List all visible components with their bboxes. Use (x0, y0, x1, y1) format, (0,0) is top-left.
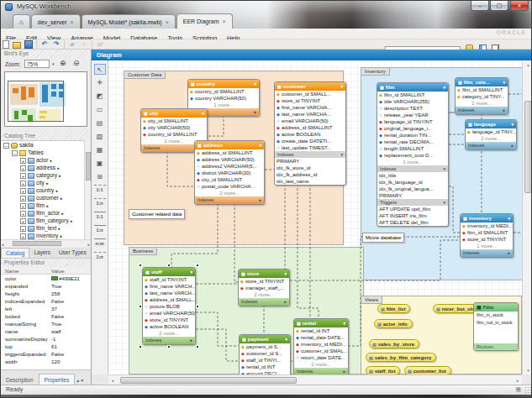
model-tab-home[interactable]: ⌂ (13, 14, 30, 29)
table-header[interactable]: ▦payment▾ (240, 335, 290, 343)
tree-item-film[interactable]: +film ● (1, 202, 91, 209)
tree-item-address[interactable]: +address ● (1, 164, 91, 171)
diagram-tab[interactable]: Diagram (92, 50, 532, 60)
more-columns[interactable]: 2 more... (466, 135, 516, 142)
table-rental[interactable]: ▦rental▾◆rental_id INT◆rental_date DATE.… (293, 318, 349, 374)
canvas-vertical-scrollbar[interactable]: ▴ ▾ (522, 60, 532, 374)
close-button[interactable]: × (510, 1, 529, 11)
view-film-list[interactable]: ▤film_list (377, 304, 410, 313)
expand-icon[interactable]: ▾ (285, 335, 287, 343)
open-model-icon[interactable] (13, 42, 21, 49)
tree-expander-icon[interactable]: + (20, 165, 26, 171)
canvas-horizontal-scrollbar[interactable]: ◂ ▸ (108, 374, 522, 385)
minimap-viewport[interactable] (8, 81, 64, 122)
more-columns[interactable]: 1 more... (461, 243, 513, 249)
pan-tool[interactable]: ✛ (94, 77, 106, 88)
model-tab-eer-diagram[interactable]: EER Diagram× (176, 13, 233, 29)
section-expand-icon[interactable]: ▾ (443, 199, 445, 206)
table-header[interactable]: ▦film_cate...▾ (456, 78, 508, 86)
relationship-line[interactable] (206, 115, 224, 136)
close-tab-icon[interactable]: × (166, 19, 169, 25)
section-indexes[interactable]: Indexes▾ (377, 165, 448, 172)
scrollbar-thumb[interactable] (120, 377, 297, 384)
tree-expander-icon[interactable]: − (12, 150, 18, 156)
maximize-button[interactable]: ▢ (490, 1, 508, 11)
table-header[interactable]: ▦language▾ (466, 120, 516, 128)
more-columns[interactable]: 2 more... (239, 291, 289, 298)
tree-item-category[interactable]: +category ● (1, 171, 91, 179)
tree-item-film-text[interactable]: +film_text ● (1, 224, 91, 232)
zoom-dropdown-icon[interactable]: ▾ (52, 61, 55, 66)
undo-icon[interactable]: ↶ (40, 40, 49, 49)
footer-indexes[interactable]: Indexes▸ (239, 298, 289, 306)
diagram-canvas[interactable]: Customer DataInventoryBusinessViewsCusto… (108, 60, 522, 374)
model-tab-dev-server[interactable]: dev_server× (31, 14, 81, 29)
expand-icon[interactable]: ▾ (443, 83, 445, 92)
new-diagram-icon[interactable]: ▱ (96, 40, 104, 49)
rel-1-n-existing-columns-tool[interactable]: 1:n (94, 252, 106, 263)
expand-icon[interactable]: ▾ (343, 319, 345, 327)
tree-expander-icon[interactable]: + (20, 203, 26, 209)
expand-icon[interactable]: ▾ (259, 141, 261, 149)
more-columns[interactable]: 2 more... (294, 361, 348, 368)
more-columns[interactable]: 2 more... (195, 190, 264, 196)
tree-expander-icon[interactable]: + (20, 158, 26, 164)
scrollbar-thumb[interactable] (13, 241, 61, 246)
footer-expand-icon[interactable]: ▸ (508, 249, 510, 257)
rel-1-1-non-identifying-tool[interactable]: 1:1 (94, 185, 106, 196)
routine-group-header[interactable]: ▦Film (474, 303, 518, 312)
eraser-tool[interactable]: ◩ (94, 91, 106, 102)
table-header[interactable]: ▦customer▾ (275, 82, 345, 91)
selection-handle[interactable] (139, 264, 142, 267)
property-value[interactable]: False (51, 350, 91, 358)
image-tool[interactable]: ▧ (94, 131, 106, 142)
selection-handle[interactable] (167, 345, 171, 348)
tree-expander-icon[interactable]: + (20, 173, 26, 179)
expand-icon[interactable]: ▾ (202, 109, 204, 118)
expand-icon[interactable]: ▾ (511, 120, 514, 128)
note-tool[interactable]: ▤ (94, 118, 106, 128)
section-expand-icon[interactable]: ▾ (340, 151, 343, 158)
select-tool[interactable]: ↖ (94, 64, 106, 75)
model-tab-mysql-model-sakila-mwb[interactable]: MySQL Model* (sakila.mwb)× (82, 14, 176, 29)
property-value[interactable]: 61 (51, 343, 91, 350)
footer-expand-icon[interactable]: ▸ (284, 298, 287, 306)
layer-tool[interactable]: ▭ (94, 104, 106, 115)
tab-user-types[interactable]: User Types (55, 248, 91, 258)
catalog-tree-vertical-scrollbar[interactable] (84, 140, 91, 239)
shrink-icon[interactable]: ▫ (80, 40, 88, 49)
selection-handle[interactable] (139, 345, 142, 348)
footer-indexes[interactable]: Indexes▸ (461, 249, 513, 257)
relationship-line[interactable] (298, 184, 319, 318)
clear-icon[interactable]: ⌀ (68, 40, 76, 49)
table-tool[interactable]: ▦ (94, 144, 106, 155)
view-staff-list[interactable]: ▤staff_list (366, 366, 400, 374)
expand-icon[interactable]: ▾ (254, 80, 256, 88)
table-address[interactable]: ▦address▾◆address_id SMALLINT◆address VA… (194, 140, 265, 205)
selection-handle[interactable] (139, 305, 142, 308)
expand-icon[interactable]: ▾ (190, 268, 192, 276)
tree-expander-icon[interactable]: + (20, 188, 26, 194)
view-customer-list[interactable]: ▤customer_list (404, 366, 451, 374)
dock-down-icon[interactable]: ▾ (81, 378, 83, 383)
scroll-down-icon[interactable]: ▾ (523, 366, 532, 374)
table-header[interactable]: ▦staff▾ (143, 268, 195, 276)
property-value[interactable]: 258 (51, 290, 91, 297)
expand-icon[interactable]: ▾ (508, 214, 510, 223)
scroll-left-icon[interactable]: ◂ (2, 242, 4, 247)
scrollbar-thumb[interactable] (524, 101, 532, 193)
expand-icon[interactable]: ▾ (340, 82, 343, 91)
view-actor-info[interactable]: ▤actor_info (374, 319, 413, 328)
rel-n-m-identifying-tool[interactable]: n:m (94, 238, 106, 249)
section-triggers[interactable]: Triggers▾ (377, 199, 448, 206)
zoom-in-icon[interactable]: ⊕ (60, 59, 66, 67)
view-tool[interactable]: ▣ (94, 158, 106, 169)
table-staff[interactable]: ▦staff▾◆staff_id TINYINT◆first_name VARC… (142, 267, 196, 345)
section-indexes[interactable]: Indexes▾ (275, 151, 345, 158)
tab-catalog[interactable]: Catalog (1, 248, 29, 258)
table-store[interactable]: ▦store▾◆store_id TINYINT◆manager_staff_.… (238, 269, 290, 306)
table-header[interactable]: ▦country▾ (188, 80, 259, 88)
tree-item-city[interactable]: +city ● (1, 179, 91, 186)
tree-expander-icon[interactable]: − (3, 143, 9, 149)
tree-item-actor[interactable]: +actor ● (1, 156, 91, 164)
